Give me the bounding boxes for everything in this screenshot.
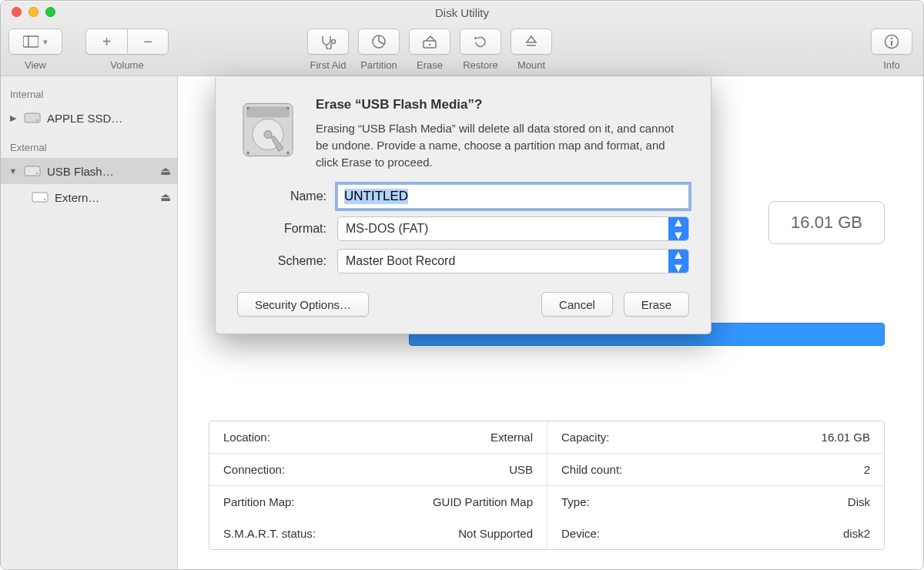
info-icon [883,33,900,50]
detail-label: Device: [561,527,600,540]
detail-row: Device:disk2 [547,518,884,549]
detail-label: S.M.A.R.T. status: [223,527,316,540]
traffic-lights [12,7,55,17]
dialog-title: Erase “USB Flash Media”? [316,97,689,112]
titlebar: Disk Utility [1,1,923,24]
cancel-button[interactable]: Cancel [541,292,613,317]
detail-label: Location: [223,431,270,444]
erase-button[interactable] [409,28,450,55]
partition-button[interactable] [358,28,400,55]
partition-label: Partition [360,59,397,71]
pie-icon [370,33,387,50]
first-aid-button[interactable] [307,28,349,55]
erase-form: Name: Format: MS-DOS (FAT) ▲▼ Scheme: Ma… [237,184,689,273]
detail-row: Connection:USB [209,454,547,486]
disk-utility-window: Disk Utility ▾ View + − Volume First Aid [0,0,924,570]
detail-row: S.M.A.R.T. status:Not Supported [209,518,547,549]
detail-value: Not Supported [458,527,533,540]
detail-value: USB [509,463,533,476]
sidebar-item-label: Extern… [55,191,154,204]
sidebar-icon [23,35,38,48]
svg-point-8 [891,38,892,39]
volume-remove-button[interactable]: − [127,28,169,55]
stethoscope-icon [320,34,336,49]
detail-label: Type: [561,495,590,508]
format-select[interactable]: MS-DOS (FAT) ▲▼ [337,216,689,241]
detail-row: Type:Disk [547,486,884,518]
sidebar-header-external: External [1,139,177,158]
erase-icon [421,34,438,49]
detail-label: Partition Map: [223,495,295,508]
eject-icon[interactable]: ⏏ [160,190,171,204]
erase-label: Erase [417,59,443,71]
svg-point-20 [246,152,249,155]
security-options-button[interactable]: Security Options… [237,292,369,317]
volume-icon [32,190,49,204]
select-arrows-icon: ▲▼ [668,250,688,273]
erase-dialog: Erase “USB Flash Media”? Erasing “USB Fl… [215,77,711,334]
volume-add-button[interactable]: + [85,28,127,55]
svg-point-19 [264,131,272,139]
dialog-description: Erasing “USB Flash Media” will delete al… [316,120,689,170]
first-aid-label: First Aid [310,59,346,71]
svg-rect-12 [25,166,40,176]
mount-icon [524,34,538,49]
disclosure-triangle-icon[interactable]: ▶ [8,113,18,123]
capacity-badge: 16.01 GB [768,201,885,244]
sidebar: Internal ▶ APPLE SSD… External ▼ USB Fla… [1,76,178,569]
sidebar-header-internal: Internal [1,86,177,105]
restore-button[interactable] [460,28,501,55]
info-button[interactable] [871,28,912,55]
detail-row: Partition Map:GUID Partition Map [209,486,547,518]
mount-label: Mount [517,59,545,71]
disclosure-triangle-icon[interactable]: ▼ [8,166,18,176]
volume-label: Volume [110,59,143,71]
view-button[interactable]: ▾ [8,28,62,55]
svg-point-21 [286,152,290,155]
select-arrows-icon: ▲▼ [668,217,688,240]
erase-confirm-button[interactable]: Erase [624,292,689,317]
detail-row: Child count:2 [547,454,884,486]
detail-value: GUID Partition Map [433,495,533,508]
details-table: Location:External Connection:USB Partiti… [209,421,885,550]
close-window-button[interactable] [12,7,22,17]
mount-button[interactable] [511,28,552,55]
view-label: View [25,59,46,71]
svg-rect-0 [23,36,38,47]
detail-row: Location:External [209,421,547,454]
svg-point-5 [429,44,430,45]
detail-row: Capacity:16.01 GB [547,421,884,454]
restore-icon [472,33,489,50]
sidebar-item-label: APPLE SSD… [47,112,171,125]
detail-label: Connection: [223,463,285,476]
svg-point-11 [36,119,38,121]
sidebar-item-apple-ssd[interactable]: ▶ APPLE SSD… [1,105,177,131]
minimize-window-button[interactable] [28,7,38,17]
external-drive-icon [24,164,41,178]
detail-label: Capacity: [561,431,610,444]
chevron-down-icon: ▾ [43,37,48,47]
restore-label: Restore [463,59,498,71]
svg-point-23 [286,107,290,110]
window-title: Disk Utility [435,6,489,19]
eject-icon[interactable]: ⏏ [160,164,171,178]
name-input[interactable] [337,184,689,209]
format-label: Format: [237,222,337,236]
sidebar-item-external-volume[interactable]: Extern… ⏏ [1,184,177,210]
detail-value: 16.01 GB [822,431,870,444]
zoom-window-button[interactable] [45,7,55,17]
detail-value: disk2 [843,527,870,540]
detail-value: External [490,431,533,444]
scheme-select-value: Master Boot Record [338,254,668,268]
scheme-label: Scheme: [237,254,337,268]
sidebar-item-usb-flash[interactable]: ▼ USB Flash… ⏏ [1,158,177,184]
internal-drive-icon [24,111,41,125]
scheme-select[interactable]: Master Boot Record ▲▼ [337,249,689,273]
svg-rect-14 [32,193,48,202]
detail-label: Child count: [561,463,622,476]
toolbar: ▾ View + − Volume First Aid Partiti [1,24,923,76]
svg-point-13 [36,173,38,174]
svg-rect-9 [891,41,892,45]
name-label: Name: [237,189,337,203]
detail-value: Disk [848,495,870,508]
